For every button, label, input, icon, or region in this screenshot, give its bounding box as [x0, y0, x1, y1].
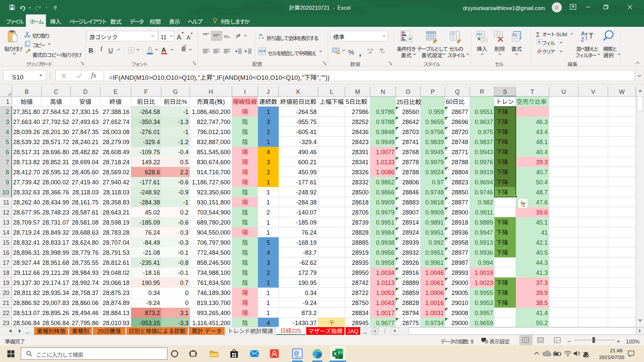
- svg-text:X: X: [334, 350, 337, 357]
- svg-text:→.0: →.0: [380, 50, 385, 54]
- svg-text:ab: ab: [236, 33, 240, 38]
- svg-text:c: c: [259, 36, 261, 40]
- svg-text:Z: Z: [581, 35, 584, 43]
- svg-text:menu: menu: [294, 355, 301, 358]
- svg-text:≠: ≠: [408, 36, 412, 42]
- svg-text:.00: .00: [368, 50, 372, 54]
